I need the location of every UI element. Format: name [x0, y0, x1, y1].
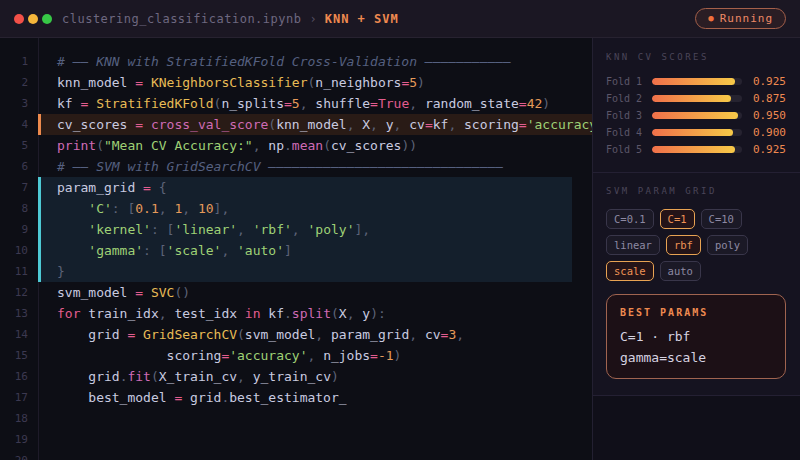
code-line-20[interactable]: 20 — [0, 450, 592, 460]
code-token: grid — [57, 327, 120, 342]
code-token: ): — [370, 306, 386, 321]
code-token: param_grid — [57, 180, 135, 195]
code-line-18[interactable]: 18 — [0, 408, 592, 429]
code-token: ) — [331, 369, 339, 384]
code-token: ( — [268, 117, 276, 132]
code-token: KNeighborsClassifier — [151, 75, 308, 90]
code-token: = — [120, 327, 143, 342]
code-token: 42 — [527, 96, 543, 111]
code-text: for train_idx, test_idx in kf.split(X, y… — [38, 303, 592, 324]
code-line-15[interactable]: 15 scoring='accuracy', n_jobs=-1) — [0, 345, 592, 366]
code-line-6[interactable]: 6# —— SVM with GridSearchCV ————————————… — [0, 156, 592, 177]
code-token: ( — [331, 306, 339, 321]
code-line-10[interactable]: 10 'gamma': ['scale', 'auto'] — [0, 240, 592, 261]
code-token: best_estimator_ — [229, 390, 346, 405]
code-token: , — [182, 201, 198, 216]
code-token: ], — [354, 222, 370, 237]
code-line-9[interactable]: 9 'kernel': ['linear', 'rbf', 'poly'], — [0, 219, 592, 240]
code-text: print("Mean CV Accuracy:", np.mean(cv_sc… — [38, 135, 592, 156]
code-line-16[interactable]: 16 grid.fit(X_train_cv, y_train_cv) — [0, 366, 592, 387]
code-token: . — [284, 306, 292, 321]
param-chip-c-0-1[interactable]: C=0.1 — [606, 209, 654, 229]
code-token: 5 — [292, 96, 300, 111]
code-token: 5 — [409, 75, 417, 90]
code-token: 'gamma' — [88, 243, 143, 258]
code-line-2[interactable]: 2knn_model = KNeighborsClassifier(n_neig… — [0, 72, 592, 93]
code-text: # —— KNN with StratifiedKFold Cross-Vali… — [38, 51, 592, 72]
code-line-1[interactable]: 1# —— KNN with StratifiedKFold Cross-Val… — [0, 51, 592, 72]
code-text: svm_model = SVC() — [38, 282, 592, 303]
code-token: : [ — [112, 201, 135, 216]
param-chip-rbf[interactable]: rbf — [666, 235, 701, 255]
code-token: X_train_cv — [159, 369, 237, 384]
fold-score: 0.925 — [752, 143, 786, 156]
code-line-13[interactable]: 13for train_idx, test_idx in kf.split(X,… — [0, 303, 592, 324]
fold-label: Fold 1 — [606, 76, 650, 87]
code-token: cv — [409, 117, 425, 132]
minimize-window-icon[interactable] — [28, 14, 38, 24]
fold-score: 0.950 — [752, 109, 786, 122]
code-text: cv_scores = cross_val_score(knn_model, X… — [38, 114, 592, 135]
code-line-3[interactable]: 3kf = StratifiedKFold(n_splits=5, shuffl… — [0, 93, 592, 114]
fold-bar-track — [652, 112, 742, 119]
code-token: -1 — [378, 348, 394, 363]
code-token: = — [127, 285, 150, 300]
line-number: 2 — [0, 76, 38, 89]
maximize-window-icon[interactable] — [42, 14, 52, 24]
code-token: in — [237, 306, 268, 321]
param-chip-c-1[interactable]: C=1 — [660, 209, 695, 229]
code-token: ) — [417, 75, 425, 90]
fold-list: Fold 10.925Fold 20.875Fold 30.950Fold 40… — [606, 75, 786, 155]
fold-label: Fold 5 — [606, 144, 650, 155]
fold-bar-track — [652, 78, 742, 85]
code-line-19[interactable]: 19 — [0, 429, 592, 450]
param-chip-linear[interactable]: linear — [606, 235, 660, 255]
code-token: cv_scores — [331, 138, 401, 153]
code-line-8[interactable]: 8 'C': [0.1, 1, 10], — [0, 198, 592, 219]
fold-bar-fill — [652, 146, 735, 153]
results-sidebar: KNN CV SCORES Fold 10.925Fold 20.875Fold… — [592, 38, 800, 460]
code-token: = — [127, 117, 150, 132]
code-line-11[interactable]: 11} — [0, 261, 592, 282]
param-chip-poly[interactable]: poly — [707, 235, 748, 255]
code-area: 1# —— KNN with StratifiedKFold Cross-Val… — [0, 38, 592, 460]
code-token: ] — [284, 243, 292, 258]
code-token: , — [409, 96, 425, 111]
titlebar: clustering_classification.ipynb › KNN + … — [0, 0, 800, 38]
main-area: 1# —— KNN with StratifiedKFold Cross-Val… — [0, 38, 800, 460]
code-line-17[interactable]: 17 best_model = grid.best_estimator_ — [0, 387, 592, 408]
code-token: 'scale' — [167, 243, 222, 258]
code-token: , — [237, 222, 253, 237]
code-token: , — [221, 243, 237, 258]
running-status-badge[interactable]: ● Running — [695, 8, 786, 29]
code-text: grid.fit(X_train_cv, y_train_cv) — [38, 366, 592, 387]
line-number: 15 — [0, 349, 38, 362]
running-label: Running — [720, 12, 773, 25]
line-number: 12 — [0, 286, 38, 299]
code-token — [57, 243, 88, 258]
code-token: cv — [425, 327, 441, 342]
code-line-14[interactable]: 14 grid = GridSearchCV(svm_model, param_… — [0, 324, 592, 345]
param-chip-c-10[interactable]: C=10 — [701, 209, 742, 229]
code-token: SVC — [151, 285, 174, 300]
param-chip-scale[interactable]: scale — [606, 261, 654, 281]
chevron-right-icon: › — [309, 12, 316, 26]
best-params-line-1: C=1 · rbf — [620, 329, 772, 344]
fold-bar-fill — [652, 95, 731, 102]
close-window-icon[interactable] — [14, 14, 24, 24]
code-line-7[interactable]: 7param_grid = { — [0, 177, 592, 198]
code-token: () — [174, 285, 190, 300]
code-line-5[interactable]: 5print("Mean CV Accuracy:", np.mean(cv_s… — [0, 135, 592, 156]
code-token: )) — [401, 138, 417, 153]
param-chip-auto[interactable]: auto — [660, 261, 701, 281]
code-token: } — [57, 264, 65, 279]
code-token: train_idx — [80, 306, 158, 321]
code-token: fit — [127, 369, 150, 384]
line-number: 5 — [0, 139, 38, 152]
best-params-title: BEST PARAMS — [620, 307, 772, 318]
line-number: 11 — [0, 265, 38, 278]
code-line-12[interactable]: 12svm_model = SVC() — [0, 282, 592, 303]
code-token: { — [159, 180, 167, 195]
code-editor[interactable]: 1# —— KNN with StratifiedKFold Cross-Val… — [0, 38, 592, 460]
code-line-4[interactable]: 4cv_scores = cross_val_score(knn_model, … — [0, 114, 592, 135]
